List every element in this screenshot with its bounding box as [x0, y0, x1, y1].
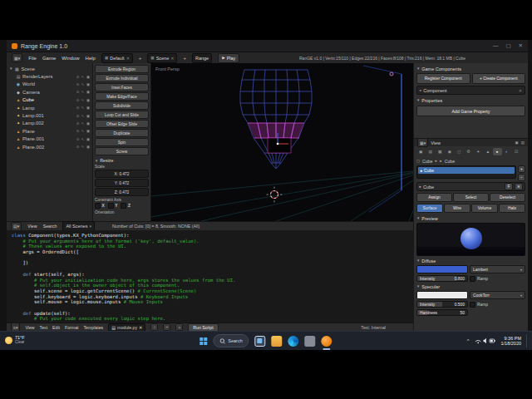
selectability-arrow-icon[interactable]: ↖: [81, 106, 85, 110]
add-slot-button[interactable]: +: [518, 165, 525, 173]
scale-x-field[interactable]: X: 0.472: [95, 170, 149, 178]
tool-extrude-region[interactable]: Extrude Region: [95, 65, 149, 73]
register-component-button[interactable]: Register Component: [416, 73, 470, 84]
axis-y-toggle[interactable]: Y: [108, 203, 118, 209]
engine-selector[interactable]: Range: [192, 53, 212, 63]
tool-duplicate[interactable]: Duplicate: [95, 129, 149, 137]
te-menu-text[interactable]: Text: [40, 325, 48, 330]
material-datablock[interactable]: ● Cube F ✕: [416, 182, 525, 191]
fake-user-button[interactable]: F: [505, 183, 513, 190]
te-menu-edit[interactable]: Edit: [52, 325, 60, 330]
tool-offset-edge-slide[interactable]: Offset Edge Slide: [95, 120, 149, 128]
syntax-highlight-toggle[interactable]: a: [175, 323, 183, 331]
specular-ramp-checkbox[interactable]: Ramp: [470, 302, 525, 308]
material-slot-list[interactable]: ● Cube: [416, 165, 516, 179]
tool-subdivide[interactable]: Subdivide: [95, 101, 149, 110]
window-titlebar[interactable]: Range Engine 1.0 — ▢ ✕: [7, 40, 528, 52]
te-menu-templates[interactable]: Templates: [84, 325, 104, 330]
outliner-item-lamp.001[interactable]: ✦Lamp.001⊙↖▣: [7, 111, 92, 119]
tab-texture-icon[interactable]: ◐: [503, 148, 512, 155]
outliner-item-world[interactable]: ◉World⊙↖▣: [7, 81, 92, 88]
diffuse-shader-dropdown[interactable]: Lambert ▾: [470, 265, 525, 273]
tool-loop-cut-and-slide[interactable]: Loop Cut and Slide: [95, 111, 149, 119]
renderability-camera-icon[interactable]: ▣: [86, 137, 90, 141]
specular-intensity-slider[interactable]: Intensity 0.500: [416, 301, 468, 308]
visibility-eye-icon[interactable]: ⊙: [76, 121, 80, 126]
selectability-arrow-icon[interactable]: ↖: [81, 145, 85, 149]
selectability-arrow-icon[interactable]: ↖: [81, 129, 85, 133]
tab-wire[interactable]: Wire: [444, 204, 470, 213]
selectability-arrow-icon[interactable]: ↖: [81, 90, 85, 94]
menu-game[interactable]: Game: [42, 56, 56, 61]
tab-constraints-icon[interactable]: ⚙: [465, 148, 474, 155]
tab-surface[interactable]: Surface: [416, 204, 443, 213]
line-numbers-toggle[interactable]: #: [150, 323, 158, 331]
create-component-button[interactable]: + Create Component: [472, 73, 526, 84]
te-menu-view[interactable]: View: [25, 325, 34, 330]
unlink-material-button[interactable]: ✕: [515, 183, 523, 190]
selectability-arrow-icon[interactable]: ↖: [81, 114, 85, 118]
scale-y-field[interactable]: Y: 0.472: [95, 179, 149, 187]
app-shortcut-icon[interactable]: [305, 336, 316, 347]
visibility-eye-icon[interactable]: ⊙: [76, 114, 80, 118]
tab-world-icon[interactable]: ◉: [446, 148, 455, 155]
specular-panel-header[interactable]: ▼ Specular: [416, 283, 525, 290]
outliner-item-cube[interactable]: ▲Cube⊙↖▣: [7, 96, 92, 104]
component-entry[interactable]: ▸ Component ✕: [416, 86, 525, 95]
visibility-eye-icon[interactable]: ⊙: [76, 106, 80, 110]
deselect-button[interactable]: Deselect: [490, 193, 525, 202]
visibility-eye-icon[interactable]: ⊙: [76, 75, 80, 79]
taskbar-clock[interactable]: 9:36 PM 1/18/2020: [501, 336, 521, 347]
outliner-view-menu[interactable]: View: [27, 224, 37, 229]
tab-halo[interactable]: Halo: [499, 204, 525, 213]
material-slot-selected[interactable]: ● Cube: [418, 167, 515, 174]
renderability-camera-icon[interactable]: ▣: [86, 75, 90, 79]
outliner-item-plane.002[interactable]: ▲Plane.002⊙↖▣: [7, 143, 92, 150]
text-editor[interactable]: class Component(types.KX_PythonComponent…: [7, 230, 413, 323]
visibility-eye-icon[interactable]: ⊙: [76, 82, 80, 86]
tab-volume[interactable]: Volume: [471, 204, 498, 213]
editor-type-icon[interactable]: ▤▾: [11, 222, 22, 231]
tab-render-icon[interactable]: ▣: [416, 148, 426, 155]
selectability-arrow-icon[interactable]: ↖: [81, 82, 85, 86]
weather-widget[interactable]: 71°F Clear: [5, 335, 25, 345]
specular-color-swatch[interactable]: [416, 291, 468, 299]
outliner-search-menu[interactable]: Search: [43, 224, 57, 229]
selectability-arrow-icon[interactable]: ↖: [81, 137, 85, 141]
word-wrap-toggle[interactable]: ↩: [163, 323, 170, 331]
tool-make-edge-face[interactable]: Make Edge/Face: [95, 92, 149, 101]
tab-data-icon[interactable]: ▲: [484, 148, 493, 155]
range-engine-taskbar-icon[interactable]: [322, 336, 332, 347]
visibility-eye-icon[interactable]: ⊙: [76, 145, 80, 149]
close-button[interactable]: ✕: [519, 42, 523, 49]
resize-panel-header[interactable]: ▼ Resize: [95, 158, 149, 163]
outliner-item-lamp.002[interactable]: ✦Lamp.002⊙↖▣: [7, 120, 92, 127]
add-layout-button[interactable]: +: [139, 56, 142, 61]
selectability-arrow-icon[interactable]: ↖: [81, 121, 85, 126]
edge-browser-icon[interactable]: [288, 336, 299, 347]
visibility-eye-icon[interactable]: ⊙: [76, 90, 80, 94]
tool-extrude-individual[interactable]: Extrude Individual: [95, 74, 149, 82]
tool-inset-faces[interactable]: Inset Faces: [95, 83, 149, 91]
renderability-camera-icon[interactable]: ▣: [86, 90, 90, 94]
selectability-arrow-icon[interactable]: ↖: [81, 75, 85, 79]
menu-window[interactable]: Window: [62, 56, 79, 61]
filter-icon[interactable]: ▤: [521, 140, 525, 145]
task-view-button[interactable]: [255, 336, 266, 347]
layout-selector[interactable]: ▦ Default ✕: [101, 53, 133, 63]
unlink-icon[interactable]: ✕: [139, 325, 142, 330]
remove-component-icon[interactable]: ✕: [519, 88, 522, 93]
outliner-item-plane[interactable]: ▲Plane⊙↖▣: [7, 127, 92, 135]
collapse-icon[interactable]: ▼: [9, 66, 12, 71]
diffuse-intensity-slider[interactable]: Intensity 0.800: [416, 275, 468, 282]
play-button[interactable]: ▶ Play: [218, 53, 239, 63]
menu-file[interactable]: File: [28, 56, 37, 61]
renderability-camera-icon[interactable]: ▣: [86, 114, 90, 118]
file-explorer-icon[interactable]: [272, 336, 283, 347]
select-button[interactable]: Select: [453, 193, 489, 202]
specular-shader-dropdown[interactable]: CookTorr ▾: [470, 291, 525, 299]
axis-z-toggle[interactable]: Z: [121, 203, 130, 209]
tab-material-icon[interactable]: ●: [493, 148, 502, 155]
renderability-camera-icon[interactable]: ▣: [86, 145, 90, 149]
run-script-button[interactable]: Run Script: [188, 323, 218, 332]
